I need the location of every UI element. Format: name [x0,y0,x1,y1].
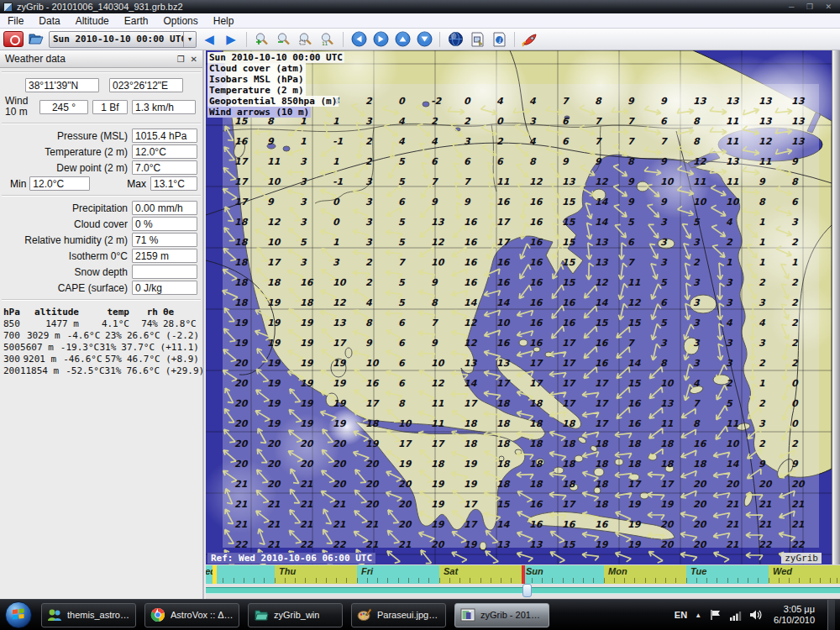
temperature-value: 11 [267,156,281,167]
app-icon [3,3,13,12]
temperature-value: 16 [562,519,576,530]
temperature-value: 9 [267,136,275,147]
zoom-in-button[interactable] [253,31,271,48]
isotherm-label: Isotherm 0°C [2,250,132,262]
weather-map[interactable]: 420-204478991313131315811342203677681113… [206,50,832,564]
menu-help[interactable]: Help [206,13,242,28]
menu-options[interactable]: Options [155,13,205,28]
taskbar-button-zygrib[interactable]: zyGrib - 20101006... [454,603,549,627]
panel-header[interactable]: Weather data ❐ ✕ [0,50,202,68]
zygrib-watermark: zyGrib [781,553,822,564]
clock-time: 3:05 μμ [774,604,815,615]
menu-earth[interactable]: Earth [117,13,156,28]
temperature-value: 8 [595,96,602,107]
download-grib-button[interactable] [521,31,539,48]
isotherm-value: 2159 m [132,249,197,263]
show-desktop-button[interactable] [827,600,835,630]
temperature-value: 12 [759,136,773,147]
date-selector[interactable]: Sun 2010-10-10 00:00 UTC ▼ [49,31,197,48]
zoom-fit-button[interactable]: 11 [318,31,337,48]
temperature-value: 11 [726,176,739,187]
temperature-value: 18 [693,459,707,470]
tray-expand-icon[interactable]: ▲ [695,612,701,619]
grib-info-button[interactable]: i [490,31,508,48]
temperature-value: 17 [431,438,445,449]
temperature-value: 12 [627,297,642,308]
menu-file[interactable]: File [0,13,31,28]
temperature-value: 2 [365,277,373,288]
table-row: 20011854 m-52.5°C31%76.6°C (+29.9) [3,365,199,377]
temperature-value: 16 [496,277,511,288]
temperature-value: 4 [496,96,504,107]
time-slider[interactable] [206,584,840,598]
timeline-day-label: Thu [279,566,296,576]
temperature-value: 1 [333,237,339,248]
temperature-value: 20 [660,539,675,550]
temperature-value: 17 [234,176,249,187]
menu-data[interactable]: Data [31,13,67,28]
temperature-value: 17 [595,378,609,389]
temperature-value: 4 [398,116,406,127]
legend-temperature: Temperature (2 m) [207,85,306,96]
wind-speed-field: 1.3 km/h [132,100,196,114]
taskbar-button-themis[interactable]: themis_astronom... [41,603,136,627]
temperature-value: 19 [234,338,249,349]
temperature-value: 5 [398,277,406,288]
pan-down-button[interactable] [415,31,433,48]
next-timestep-button[interactable]: ▶ [222,31,240,48]
clock-date: 6/10/2010 [774,615,815,626]
temperature-value: 21 [365,519,379,530]
window-controls[interactable]: ─ ❐ ✕ [789,3,837,11]
temperature-value: 9 [791,459,799,470]
temperature-value: 5 [398,237,406,248]
quit-button[interactable] [3,31,24,47]
window-titlebar[interactable]: zyGrib - 20101006_140304_931.grb.bz2 ─ ❐… [0,0,840,13]
menu-altitude[interactable]: Altitude [68,13,117,28]
temperature-value: 19 [431,519,445,530]
temperature-value: 7 [398,257,406,268]
cape-label: CAPE (surface) [2,282,132,294]
taskbar-button-paint[interactable]: Paraseui.jpg - Paint [351,603,446,627]
select-zone-button[interactable] [468,31,486,48]
temperature-value: 18 [595,499,609,510]
volume-icon[interactable] [749,609,763,621]
undock-panel-icon[interactable]: ❐ [177,55,185,64]
taskbar-button-zygrib-win[interactable]: zyGrib_win [248,603,343,627]
temperature-value: 16 [529,217,543,228]
temperature-value: 10 [726,197,740,207]
temperature-value: 20 [693,499,707,510]
show-globe-button[interactable] [446,31,465,48]
temperature-value: 3 [693,237,701,248]
start-button[interactable] [5,601,32,628]
taskbar-clock[interactable]: 3:05 μμ 6/10/2010 [774,604,815,626]
timeline-day-label: Sat [444,566,458,576]
previous-timestep-button[interactable]: ◀ [200,31,218,48]
pan-left-button[interactable] [349,31,368,48]
temperature-value: 18 [529,418,543,429]
zoom-out-button[interactable] [275,31,293,48]
pan-up-button[interactable] [393,31,412,48]
temperature-value: 20 [333,459,347,470]
temperature-value: 17 [562,378,576,389]
temperature-value: 16 [234,136,249,147]
taskbar-button-astrovox[interactable]: AstroVox :: Δημοσ... [144,603,239,627]
time-slider-handle[interactable] [522,584,532,597]
temperature-value: 1 [759,217,765,228]
pan-right-button[interactable] [371,31,390,48]
temperature-value: 0 [333,217,340,228]
map-vertical-scrollbar[interactable] [832,50,840,564]
temperature-value: 1 [759,378,765,389]
temperature-value: 20 [660,519,675,530]
network-signal-icon[interactable] [729,610,742,621]
language-indicator[interactable]: EN [675,610,687,620]
close-panel-icon[interactable]: ✕ [191,55,197,64]
temperature-value: 13 [496,539,511,550]
action-center-flag-icon[interactable] [709,609,722,621]
zoom-region-button[interactable] [297,31,315,48]
temperature-value: 22 [300,539,314,550]
temperature-value: 13 [333,318,347,328]
time-axis[interactable]: WedTueMonSunSatFriThuWed [206,565,840,584]
map-area: 420-204478991313131315811342203677681113… [206,50,840,599]
open-file-button[interactable] [27,31,45,48]
temperature-value: 15 [562,277,576,288]
